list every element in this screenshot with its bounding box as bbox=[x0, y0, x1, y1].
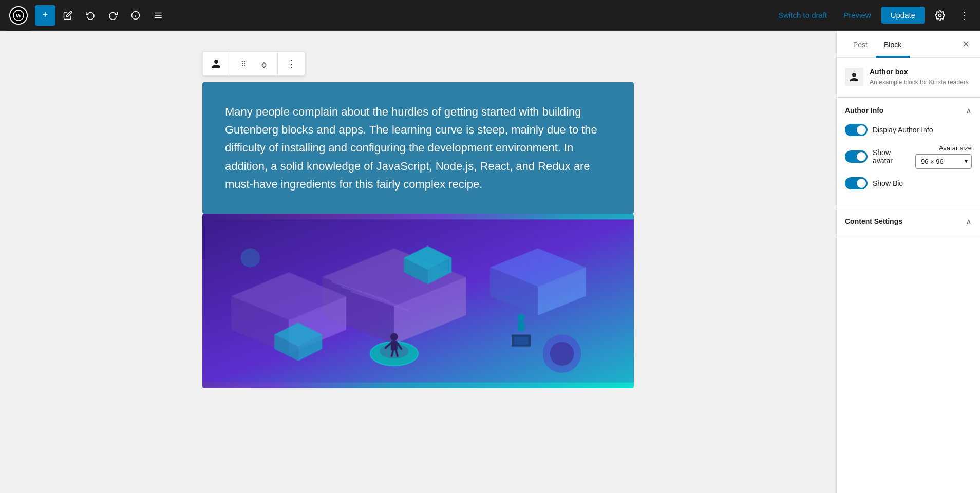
svg-point-8 bbox=[939, 14, 941, 16]
info-icon bbox=[131, 11, 140, 20]
info-button[interactable] bbox=[125, 5, 146, 26]
author-info-panel-title: Author Info bbox=[845, 106, 883, 115]
pencil-icon bbox=[63, 11, 72, 20]
add-block-button[interactable]: + bbox=[35, 5, 55, 26]
show-bio-toggle[interactable] bbox=[845, 177, 868, 189]
content-settings-title: Content Settings bbox=[845, 217, 902, 225]
wp-logo-icon: W bbox=[13, 10, 24, 21]
block-info-section: Author box An example block for Kinsta r… bbox=[837, 58, 980, 98]
list-icon bbox=[154, 11, 163, 20]
svg-text:W: W bbox=[15, 12, 22, 19]
block-more-button[interactable]: ⋮ bbox=[282, 54, 300, 73]
block-drag-section bbox=[230, 52, 278, 75]
svg-point-11 bbox=[242, 63, 243, 64]
svg-point-37 bbox=[390, 333, 398, 340]
image-placeholder bbox=[202, 214, 634, 388]
tab-block[interactable]: Block bbox=[876, 34, 910, 58]
switch-to-draft-button[interactable]: Switch to draft bbox=[772, 7, 833, 24]
redo-icon bbox=[108, 11, 118, 20]
drag-handle-button[interactable] bbox=[234, 54, 253, 73]
svg-point-9 bbox=[242, 61, 243, 62]
panel-collapse-icon: ∧ bbox=[966, 106, 972, 116]
show-avatar-label: Show avatar bbox=[873, 148, 910, 165]
display-author-info-label: Display Author Info bbox=[873, 126, 933, 134]
content-settings-collapse-icon: ∧ bbox=[966, 217, 972, 226]
ellipsis-vertical-icon: ⋮ bbox=[959, 9, 970, 22]
toggle-track-bio bbox=[845, 177, 868, 189]
plus-icon: + bbox=[43, 10, 48, 21]
edit-button[interactable] bbox=[58, 5, 78, 26]
update-button[interactable]: Update bbox=[881, 7, 925, 24]
show-bio-row: Show Bio bbox=[845, 177, 972, 189]
redo-button[interactable] bbox=[103, 5, 123, 26]
svg-rect-44 bbox=[518, 321, 524, 331]
wp-logo: W bbox=[6, 0, 31, 31]
avatar-size-label: Avatar size bbox=[939, 144, 972, 152]
toggle-track-avatar bbox=[845, 150, 868, 163]
avatar-size-select-wrapper: 48 × 48 64 × 64 96 × 96 128 × 128 bbox=[915, 154, 972, 169]
sidebar: Post Block ✕ Author box An example block… bbox=[836, 31, 980, 493]
dots-vertical-icon: ⋮ bbox=[287, 58, 296, 69]
block-toolbar: ⋮ bbox=[202, 51, 305, 76]
author-info-panel: Author Info ∧ Display Author Info bbox=[837, 98, 980, 208]
sidebar-tabs: Post Block ✕ bbox=[837, 31, 980, 58]
svg-point-10 bbox=[244, 61, 245, 62]
svg-point-14 bbox=[244, 65, 245, 66]
author-box-icon bbox=[849, 72, 859, 82]
block-type-button[interactable] bbox=[207, 54, 225, 73]
svg-point-43 bbox=[517, 314, 525, 321]
block-info-text: Author box An example block for Kinsta r… bbox=[870, 68, 969, 87]
show-bio-label: Show Bio bbox=[873, 179, 903, 187]
list-view-button[interactable] bbox=[148, 5, 168, 26]
isometric-illustration bbox=[202, 214, 634, 388]
wp-logo-circle: W bbox=[9, 6, 28, 25]
block-toolbar-icon-section bbox=[203, 52, 230, 75]
block-description: An example block for Kinsta readers bbox=[870, 78, 969, 87]
move-up-down-button[interactable] bbox=[255, 54, 273, 73]
person-icon bbox=[211, 59, 221, 69]
editor-area[interactable]: ⋮ Many people complain about the hurdles… bbox=[0, 31, 836, 493]
author-info-panel-content: Display Author Info Show avatar Avatar s… bbox=[837, 124, 980, 208]
image-block[interactable] bbox=[202, 214, 634, 388]
main-layout: ⋮ Many people complain about the hurdles… bbox=[0, 31, 980, 493]
arrows-updown-icon bbox=[260, 60, 268, 68]
svg-rect-38 bbox=[391, 340, 398, 350]
author-content-block[interactable]: Many people complain about the hurdles o… bbox=[202, 82, 634, 214]
sidebar-close-button[interactable]: ✕ bbox=[960, 36, 972, 52]
toggle-thumb-display-author bbox=[857, 125, 866, 135]
toolbar-right: Switch to draft Preview Update ⋮ bbox=[772, 4, 974, 27]
block-more-section: ⋮ bbox=[278, 52, 305, 75]
gear-icon bbox=[935, 10, 945, 21]
avatar-size-container: Avatar size 48 × 48 64 × 64 96 × 96 128 … bbox=[915, 144, 972, 169]
block-icon bbox=[845, 68, 863, 86]
editor-canvas: ⋮ Many people complain about the hurdles… bbox=[202, 51, 634, 472]
toggle-thumb-avatar bbox=[857, 152, 866, 161]
svg-point-13 bbox=[242, 65, 243, 66]
svg-rect-46 bbox=[514, 337, 529, 345]
author-block-text: Many people complain about the hurdles o… bbox=[225, 103, 611, 193]
avatar-size-select[interactable]: 48 × 48 64 × 64 96 × 96 128 × 128 bbox=[915, 154, 972, 169]
undo-button[interactable] bbox=[80, 5, 101, 26]
toggle-track-display-author bbox=[845, 124, 868, 136]
display-author-info-row: Display Author Info bbox=[845, 124, 972, 136]
content-settings-panel: Content Settings ∧ bbox=[837, 208, 980, 235]
show-avatar-row: Show avatar Avatar size 48 × 48 64 × 64 … bbox=[845, 144, 972, 169]
undo-icon bbox=[86, 11, 95, 20]
tab-post[interactable]: Post bbox=[845, 34, 876, 58]
display-author-info-toggle[interactable] bbox=[845, 124, 868, 136]
more-options-button[interactable]: ⋮ bbox=[955, 6, 974, 25]
drag-icon bbox=[239, 60, 248, 68]
settings-button[interactable] bbox=[929, 4, 951, 27]
author-info-panel-header[interactable]: Author Info ∧ bbox=[837, 98, 980, 124]
toggle-thumb-bio bbox=[857, 179, 866, 188]
svg-point-49 bbox=[241, 248, 260, 267]
preview-button[interactable]: Preview bbox=[837, 7, 877, 24]
block-title: Author box bbox=[870, 68, 969, 76]
content-settings-header[interactable]: Content Settings ∧ bbox=[837, 208, 980, 235]
svg-point-12 bbox=[244, 63, 245, 64]
show-avatar-toggle[interactable] bbox=[845, 150, 868, 163]
main-toolbar: W + bbox=[0, 0, 980, 31]
svg-point-48 bbox=[550, 342, 574, 366]
